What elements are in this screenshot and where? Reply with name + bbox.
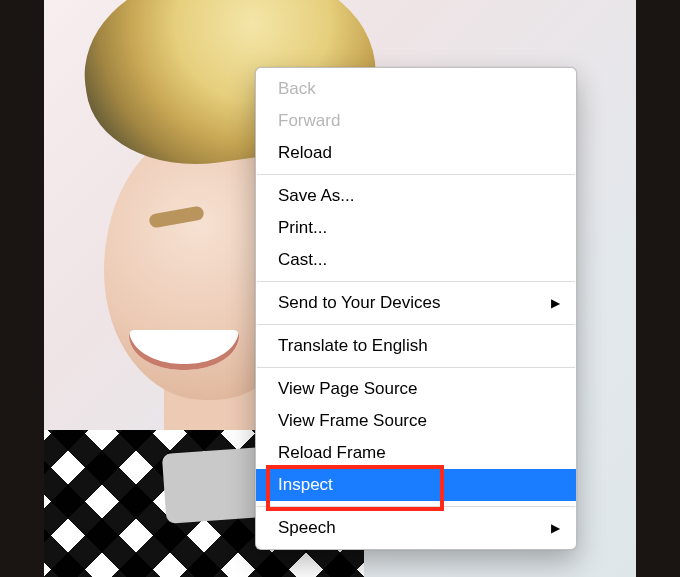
menu-separator <box>257 324 575 325</box>
menu-item-forward: Forward <box>256 105 576 137</box>
browser-context-menu[interactable]: BackForwardReloadSave As...Print...Cast.… <box>255 67 577 550</box>
menu-item-send-to-devices[interactable]: Send to Your Devices▶ <box>256 287 576 319</box>
menu-item-translate[interactable]: Translate to English <box>256 330 576 362</box>
menu-item-view-page-source[interactable]: View Page Source <box>256 373 576 405</box>
menu-item-label: Send to Your Devices <box>278 293 441 312</box>
menu-item-label: Translate to English <box>278 336 428 355</box>
menu-item-speech[interactable]: Speech▶ <box>256 512 576 544</box>
menu-item-save-as[interactable]: Save As... <box>256 180 576 212</box>
menu-item-label: Reload <box>278 143 332 162</box>
menu-item-label: View Page Source <box>278 379 418 398</box>
menu-item-label: Speech <box>278 518 336 537</box>
menu-item-inspect[interactable]: Inspect <box>256 469 576 501</box>
menu-separator <box>257 367 575 368</box>
menu-item-back: Back <box>256 73 576 105</box>
menu-item-reload-frame[interactable]: Reload Frame <box>256 437 576 469</box>
menu-item-print[interactable]: Print... <box>256 212 576 244</box>
menu-item-label: Print... <box>278 218 327 237</box>
menu-item-label: Reload Frame <box>278 443 386 462</box>
menu-separator <box>257 174 575 175</box>
menu-item-reload[interactable]: Reload <box>256 137 576 169</box>
menu-item-view-frame-source[interactable]: View Frame Source <box>256 405 576 437</box>
menu-item-cast[interactable]: Cast... <box>256 244 576 276</box>
screenshot-stage: BackForwardReloadSave As...Print...Cast.… <box>0 0 680 577</box>
menu-item-label: Inspect <box>278 475 333 494</box>
menu-item-label: Save As... <box>278 186 355 205</box>
submenu-arrow-icon: ▶ <box>551 516 560 540</box>
menu-item-label: Back <box>278 79 316 98</box>
menu-separator <box>257 281 575 282</box>
submenu-arrow-icon: ▶ <box>551 291 560 315</box>
menu-separator <box>257 506 575 507</box>
menu-item-label: Forward <box>278 111 340 130</box>
menu-item-label: Cast... <box>278 250 327 269</box>
menu-item-label: View Frame Source <box>278 411 427 430</box>
